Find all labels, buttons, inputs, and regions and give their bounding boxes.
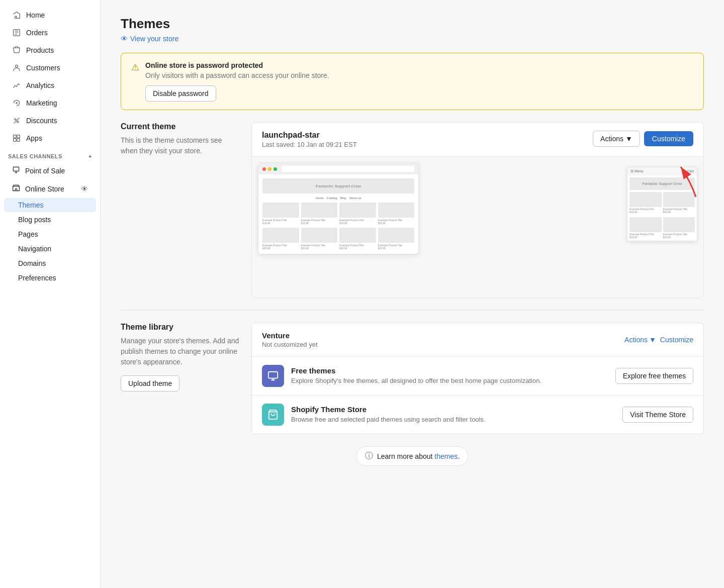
nav-about: About us [349,197,361,200]
sidebar-sub-preferences[interactable]: Preferences [4,271,96,285]
sidebar-item-home[interactable]: Home [4,7,96,24]
red-arrow-sidebar [252,227,259,267]
svg-rect-11 [268,372,278,378]
sidebar-item-orders-label: Orders [26,29,48,37]
current-theme-section: Current theme This is the theme customer… [121,122,704,298]
sidebar-item-customers[interactable]: Customers [4,59,96,76]
free-themes-description: Explore Shopify's free themes, all desig… [291,376,608,385]
venture-chevron-icon: ▼ [649,336,656,344]
sidebar-item-analytics-label: Analytics [26,81,54,89]
sidebar-item-online-store-label: Online Store [25,185,64,193]
mobile-menu-label: ☰ Menu [630,169,643,173]
main-content: Themes 👁 View your store ⚠ Online store … [101,0,724,588]
venture-theme-actions: Actions ▼ Customize [624,336,693,344]
sidebar-item-analytics[interactable]: Analytics [4,77,96,94]
sidebar-item-marketing[interactable]: Marketing [4,94,96,112]
current-theme-desc: This is the theme customers see when the… [121,135,239,156]
theme-actions: Actions ▼ Customize [593,131,693,147]
sidebar-sub-navigation[interactable]: Navigation [4,242,96,256]
analytics-icon [12,81,21,90]
free-themes-title: Free themes [291,366,608,375]
current-theme-title: Current theme [121,122,239,131]
add-channel-icon[interactable]: + [88,153,92,159]
sidebar-sub-navigation-label: Navigation [18,245,51,253]
sidebar-sub-domains[interactable]: Domains [4,256,96,270]
explore-free-themes-button[interactable]: Explore free themes [615,368,693,384]
alert-icon: ⚠ [131,62,139,73]
free-themes-info: Free themes Explore Shopify's free theme… [291,366,608,385]
svg-rect-6 [14,139,17,142]
theme-library-section: Theme library Manage your store's themes… [121,323,704,434]
nav-blog: Blog [340,197,346,200]
mobile-product-4 [663,217,695,232]
sidebar-sub-pages[interactable]: Pages [4,227,96,241]
theme-saved-time: Last saved: 10 Jan at 09:21 EST [262,141,357,148]
disable-password-button[interactable]: Disable password [145,85,216,102]
shopify-theme-store-title: Shopify Theme Store [291,405,615,414]
chevron-down-icon: ▼ [625,135,632,143]
alert-title: Online store is password protected [145,61,329,69]
sidebar-item-discounts[interactable]: Discounts [4,112,96,129]
svg-point-1 [16,65,18,67]
sidebar-item-products[interactable]: Products [4,42,96,59]
desktop-preview: Fantastic Support Crew Home Catalog Blog… [258,163,419,254]
preview-hero: Fantastic Support Crew [262,178,414,193]
password-alert-banner: ⚠ Online store is password protected Onl… [121,53,704,110]
theme-library-card: Venture Not customized yet Actions ▼ Cus… [251,323,704,434]
sidebar-item-home-label: Home [26,11,45,19]
theme-actions-button[interactable]: Actions ▼ [593,131,640,147]
preview-nav: Home Catalog Blog About us [262,197,414,200]
sidebar-sub-themes-label: Themes [18,201,44,209]
venture-actions-button[interactable]: Actions ▼ [624,336,656,344]
shopify-theme-store-icon [262,404,284,426]
shopify-theme-store-row: Shopify Theme Store Browse free and sele… [252,396,703,434]
svg-rect-4 [14,135,17,138]
alert-description: Only visitors with a password can access… [145,71,329,79]
preview-product-5 [262,228,299,243]
sidebar-sub-pages-label: Pages [18,230,38,238]
sidebar-item-online-store[interactable]: Online Store 👁 [4,180,96,198]
home-icon [12,11,21,20]
venture-actions-label: Actions [624,336,648,344]
theme-card-header: launchpad-star Last saved: 10 Jan at 09:… [252,123,703,157]
theme-customize-button[interactable]: Customize [644,131,693,146]
eye-icon[interactable]: 👁 [81,185,88,193]
section-divider [121,310,704,311]
sidebar-item-orders[interactable]: Orders [4,24,96,41]
preview-product-3 [339,203,376,218]
sidebar-sub-blog-posts[interactable]: Blog posts [4,213,96,227]
help-icon: ⓘ [365,451,373,461]
theme-name: launchpad-star [262,131,357,140]
browser-dot-green [274,167,277,171]
upload-theme-button[interactable]: Upload theme [121,375,179,391]
sidebar-item-discounts-label: Discounts [26,117,57,125]
venture-theme-info: Venture Not customized yet [262,331,318,348]
current-theme-left-panel: Current theme This is the theme customer… [121,122,251,298]
products-icon [12,46,21,55]
orders-icon [12,28,21,37]
actions-label: Actions [600,135,623,143]
sidebar-sub-themes[interactable]: Themes [4,198,96,212]
browser-url-bar [282,166,414,172]
preview-product-6 [301,228,338,243]
nav-catalog: Catalog [327,197,337,200]
preview-products-grid-2: Example Product Title$29.99 Example Prod… [262,228,414,250]
visit-theme-store-button[interactable]: Visit Theme Store [622,407,693,423]
venture-theme-status: Not customized yet [262,341,318,348]
current-theme-card: launchpad-star Last saved: 10 Jan at 09:… [251,122,704,298]
preview-products-grid: Example Product Title$19.99 Example Prod… [262,203,414,225]
eye-icon-view: 👁 [121,35,128,43]
themes-link[interactable]: themes [434,452,458,460]
free-themes-row: Free themes Explore Shopify's free theme… [252,357,703,396]
marketing-icon [12,99,21,108]
learn-more-badge: ⓘ Learn more about themes. [356,446,468,466]
sidebar-item-pos[interactable]: Point of Sale [4,162,96,179]
svg-rect-5 [17,135,20,138]
view-store-link[interactable]: 👁 View your store [121,35,704,43]
sidebar-item-apps[interactable]: Apps [4,130,96,147]
sidebar: Home Orders Products Customers Analytics… [0,0,101,588]
svg-rect-8 [13,167,19,171]
venture-theme-name: Venture [262,331,318,340]
red-arrow-customize [661,162,701,202]
venture-customize-button[interactable]: Customize [660,336,693,344]
